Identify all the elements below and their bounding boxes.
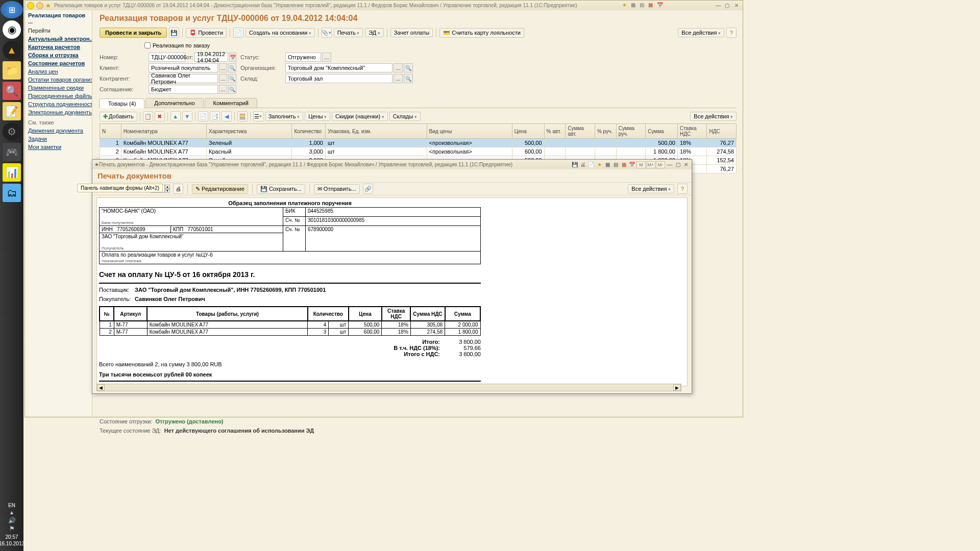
org-field[interactable]: Торговый дом "Комплексный" xyxy=(285,63,393,72)
by-order-checkbox[interactable] xyxy=(144,42,151,48)
number-field[interactable]: ТДЦУ-000006 xyxy=(149,53,185,62)
ed-button[interactable]: ЭД xyxy=(365,28,384,37)
nav-item[interactable]: Задачи xyxy=(25,135,92,143)
status-field[interactable]: Отгружено xyxy=(285,53,321,62)
spin-up[interactable]: ▲ xyxy=(165,185,170,189)
tb-ico-1[interactable]: ★ xyxy=(622,2,629,9)
max-button[interactable]: ▢ xyxy=(723,2,731,9)
list-icon[interactable]: ☰ xyxy=(253,111,263,121)
h-scrollbar[interactable]: ◀ ▶ xyxy=(96,384,681,391)
pt-ico-6[interactable]: ▤ xyxy=(612,161,619,168)
nav-item[interactable]: Состояние расчетов xyxy=(25,59,92,67)
delete-icon[interactable]: ✖ xyxy=(155,111,165,121)
ellipsis-icon[interactable]: … xyxy=(219,74,227,83)
min-button[interactable]: — xyxy=(714,2,722,9)
nav-item[interactable]: Электронные документы xyxy=(25,108,92,116)
app-icon-5[interactable]: 📊 xyxy=(3,163,21,182)
create-base-button[interactable]: Создать на основании xyxy=(246,28,315,37)
app-icon-4[interactable]: 🎮 xyxy=(3,143,21,161)
mem-mminus[interactable]: M- xyxy=(656,161,665,168)
notes-icon[interactable]: 📝 xyxy=(3,102,21,120)
sklady-button[interactable]: Склады xyxy=(389,112,421,121)
clock[interactable]: 20:5716.10.2013 xyxy=(0,534,24,547)
tray-sound-icon[interactable]: 🔊 xyxy=(4,516,19,524)
tab-comment[interactable]: Комментарий xyxy=(205,98,257,108)
star-icon[interactable]: ★ xyxy=(45,2,51,9)
lens-icon[interactable]: 🔍 xyxy=(228,74,236,83)
pt-ico-5[interactable]: ▦ xyxy=(604,161,611,168)
calendar-icon[interactable]: 📅 xyxy=(229,53,236,62)
down-icon[interactable]: ▼ xyxy=(182,111,192,121)
tb-ico-2[interactable]: ▦ xyxy=(631,2,638,9)
discounts-button[interactable]: Скидки (наценки) xyxy=(332,112,388,121)
ellipsis-icon[interactable]: … xyxy=(394,74,403,83)
paste-icon[interactable]: 📄 xyxy=(198,111,208,121)
link-icon[interactable]: 🔗 xyxy=(363,184,373,194)
print-close[interactable]: ✕ xyxy=(682,161,690,168)
tray-chevron[interactable]: ▴ xyxy=(4,508,19,516)
tray-flag-icon[interactable]: ⚑ xyxy=(4,524,19,533)
lens-icon[interactable]: 🔍 xyxy=(404,74,413,83)
app-icon-2[interactable]: 🔍 xyxy=(3,82,21,100)
nav-item[interactable]: Структура подчиненности xyxy=(25,100,92,108)
print-preview[interactable]: Образец заполнения платежного поручения … xyxy=(96,197,688,386)
print-all-actions[interactable]: Все действия xyxy=(628,184,674,193)
prices-button[interactable]: Цены xyxy=(305,112,330,121)
attach-icon[interactable]: 📎 xyxy=(322,28,332,38)
app-icon-1[interactable]: ▲ xyxy=(3,41,21,59)
start-button[interactable]: ⊞ xyxy=(1,1,23,18)
calc-icon[interactable]: 🧮 xyxy=(237,111,248,121)
edit-button[interactable]: ✎ Редактирование xyxy=(192,184,248,194)
app-icon-6[interactable]: 🗂 xyxy=(3,184,21,202)
copy-icon[interactable]: 📋 xyxy=(143,111,153,121)
nav-item[interactable]: Мои заметки xyxy=(25,143,92,151)
nav-item[interactable]: Движения документа xyxy=(25,127,92,135)
pt-ico-3[interactable]: 📄 xyxy=(587,161,595,168)
lang-indicator[interactable]: EN xyxy=(8,503,15,508)
nav-item[interactable]: Остатки товаров организ... xyxy=(25,76,92,84)
ellipsis-icon[interactable]: … xyxy=(394,63,403,72)
print-icon[interactable]: 🖨 xyxy=(173,184,183,194)
send-button[interactable]: ✉ Отправить... xyxy=(314,184,360,194)
ellipsis-icon[interactable]: … xyxy=(219,63,227,72)
explorer-icon[interactable]: 📁 xyxy=(3,61,21,80)
nav-item[interactable]: Примененные скидки xyxy=(25,84,92,92)
nav-head[interactable]: Реализация товаров ... xyxy=(25,10,92,27)
mem-m[interactable]: M xyxy=(636,161,646,168)
post-button[interactable]: 📮 Провести xyxy=(186,28,227,38)
scroll-left-icon[interactable]: ◀ xyxy=(97,384,105,391)
ellipsis-icon[interactable]: … xyxy=(322,53,331,62)
print-max[interactable]: ▢ xyxy=(674,161,681,168)
nav-item[interactable]: Анализ цен xyxy=(25,67,92,76)
loyalty-button[interactable]: 💳 Считать карту лояльности xyxy=(439,28,524,38)
nav-item[interactable]: Актуальный электрон... xyxy=(25,35,92,43)
spin-down[interactable]: ▼ xyxy=(165,189,170,193)
close-button[interactable]: ✕ xyxy=(732,2,741,9)
nav-item[interactable]: Карточка расчетов xyxy=(25,43,92,51)
import-icon[interactable]: ◀ xyxy=(222,111,232,121)
lens-icon[interactable]: 🔍 xyxy=(404,63,413,72)
date-field[interactable]: 19.04.2012 14:04:04 xyxy=(194,53,228,62)
grid-all-actions[interactable]: Все действия xyxy=(690,112,737,121)
nav-item[interactable]: Присоединенные файлы xyxy=(25,92,92,100)
doc-icon[interactable]: 📄 xyxy=(233,28,243,38)
pt-ico-1[interactable]: 💾 xyxy=(571,161,578,168)
add-button[interactable]: ✚Добавить xyxy=(100,112,137,121)
table-row[interactable]: 2Комбайн MOULINEX A77Красный3,000шт<прои… xyxy=(100,147,737,156)
tb-ico-5[interactable]: 📅 xyxy=(657,2,664,9)
tb-ico-3[interactable]: ▤ xyxy=(640,2,647,9)
checkbox-by-order[interactable]: Реализация по заказу xyxy=(144,42,737,48)
tab-more[interactable]: Дополнительно xyxy=(145,98,203,108)
ellipsis-icon[interactable]: … xyxy=(219,85,227,94)
sklad-field[interactable]: Торговый зал xyxy=(285,74,393,83)
pt-ico-4[interactable]: ★ xyxy=(596,161,603,168)
save-icon[interactable]: 💾 xyxy=(169,28,179,38)
client-field[interactable]: Розничный покупатель xyxy=(149,63,218,72)
help-icon[interactable]: ? xyxy=(726,28,737,38)
tb-ico-4[interactable]: ▦ xyxy=(648,2,655,9)
sogl-field[interactable]: Бюджет xyxy=(149,85,218,94)
nav-item[interactable]: Сборка и отгрузка xyxy=(25,51,92,59)
pt-ico-2[interactable]: 🖨 xyxy=(579,161,586,168)
table-row[interactable]: 1Комбайн MOULINEX A77Зеленый1,000шт<прои… xyxy=(100,139,737,147)
scroll-right-icon[interactable]: ▶ xyxy=(673,384,681,391)
